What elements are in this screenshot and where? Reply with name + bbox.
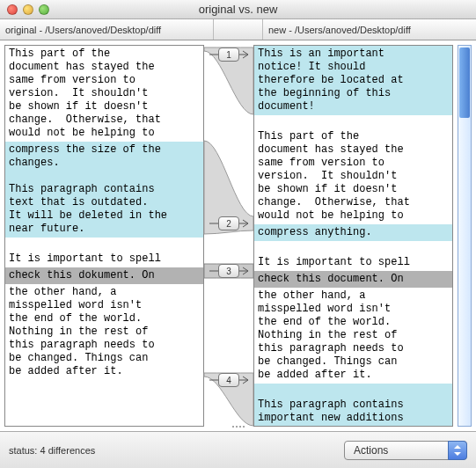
split-grip-icon[interactable] — [221, 423, 256, 430]
left-pane[interactable]: This part of the document has stayed the… — [4, 45, 204, 427]
file-header-row: original - /Users/anoved/Desktop/diff ne… — [0, 19, 476, 40]
scrollbar-thumb[interactable] — [459, 48, 470, 118]
diff-marker-2[interactable]: 2 — [218, 216, 239, 230]
diff-content: This part of the document has stayed the… — [0, 40, 476, 431]
window-titlebar: original vs. new — [0, 0, 476, 19]
status-text: status: 4 differences — [9, 445, 95, 456]
text-block: It is important to spell — [254, 241, 452, 271]
window-controls — [7, 4, 49, 15]
text-block: This part of the document has stayed the… — [5, 46, 203, 142]
text-block: It is important to spell — [5, 238, 203, 267]
diff-block: compress anything. — [254, 224, 452, 241]
zoom-icon[interactable] — [39, 4, 49, 15]
text-block: the other hand, a misspelled word isn't … — [254, 288, 452, 384]
left-file-path: original - /Users/anoved/Desktop/diff — [0, 19, 214, 40]
window-title: original vs. new — [0, 3, 476, 16]
footer-bar: status: 4 differences Actions — [0, 431, 476, 468]
diff-marker-1[interactable]: 1 — [218, 48, 239, 62]
text-block: This part of the document has stayed the… — [254, 115, 452, 224]
diff-line: check this dokument. On — [5, 267, 203, 284]
diff-block: This paragraph contains important new ad… — [254, 384, 452, 427]
close-icon[interactable] — [7, 4, 18, 15]
text-block: the other hand, a misspelled word isn't … — [5, 284, 203, 380]
header-gap — [214, 19, 263, 40]
actions-menu[interactable]: Actions — [344, 441, 467, 460]
vertical-scrollbar[interactable] — [458, 45, 472, 427]
right-file-path: new - /Users/anoved/Desktop/diff — [263, 19, 476, 40]
right-pane[interactable]: This is an important notice! It should t… — [253, 45, 453, 427]
diff-block: This is an important notice! It should t… — [254, 46, 452, 115]
diff-marker-4[interactable]: 4 — [218, 373, 239, 387]
minimize-icon[interactable] — [23, 4, 33, 15]
diff-block: compress the size of the changes. This p… — [5, 142, 203, 238]
diff-line: check this document. On — [254, 271, 452, 288]
diff-marker-3[interactable]: 3 — [218, 264, 239, 278]
dropdown-arrow-icon[interactable] — [448, 441, 467, 460]
diff-gutter: 1 2 3 4 — [204, 40, 253, 431]
